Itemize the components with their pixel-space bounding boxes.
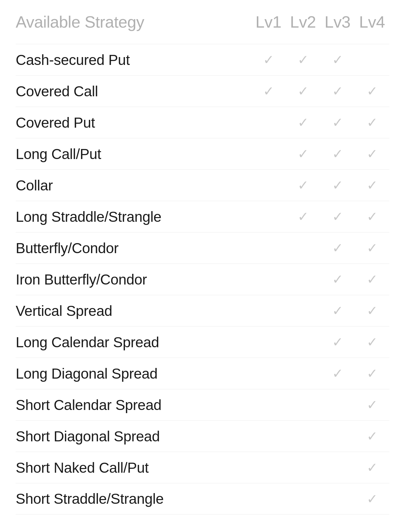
check-cell-lv4: [355, 52, 389, 67]
check-cell-lv4: ✓: [355, 303, 389, 318]
check-cell-lv2: ✓: [286, 178, 320, 193]
table-row: Long Calendar Spread✓✓: [16, 326, 389, 358]
check-cell-lv4: ✓: [355, 178, 389, 193]
level-cells: ✓✓: [251, 366, 389, 381]
checkmark-icon: ✓: [332, 209, 343, 224]
checkmark-icon: ✓: [367, 209, 378, 224]
check-cell-lv1: [251, 366, 286, 381]
table-row: Long Straddle/Strangle✓✓✓: [16, 201, 389, 232]
check-cell-lv3: [320, 491, 355, 507]
check-cell-lv2: [286, 428, 320, 444]
strategy-table: Cash-secured Put✓✓✓Covered Call✓✓✓✓Cover…: [16, 44, 389, 514]
table-row: Long Call/Put✓✓✓: [16, 138, 389, 169]
check-cell-lv2: [286, 240, 320, 256]
check-cell-lv2: [286, 460, 320, 475]
strategy-name: Short Diagonal Spread: [16, 428, 251, 445]
checkmark-icon: ✓: [332, 272, 343, 287]
check-cell-lv4: ✓: [355, 366, 389, 381]
check-cell-lv3: ✓: [320, 178, 355, 193]
checkmark-icon: ✓: [367, 115, 378, 130]
check-cell-lv2: [286, 366, 320, 381]
strategy-name: Covered Call: [16, 83, 251, 100]
check-cell-lv1: ✓: [251, 83, 286, 99]
checkmark-icon: ✓: [332, 52, 343, 67]
table-row: Covered Put✓✓✓: [16, 107, 389, 138]
header-levels: Lv1Lv2Lv3Lv4: [251, 13, 389, 31]
check-cell-lv2: [286, 491, 320, 507]
checkmark-icon: ✓: [367, 334, 378, 350]
checkmark-icon: ✓: [332, 303, 343, 318]
table-row: Short Diagonal Spread✓: [16, 420, 389, 452]
strategy-name: Long Diagonal Spread: [16, 365, 251, 382]
header-level-lv4: Lv4: [355, 13, 389, 31]
check-cell-lv3: ✓: [320, 366, 355, 381]
strategy-name: Butterfly/Condor: [16, 240, 251, 257]
level-cells: ✓: [251, 460, 389, 475]
checkmark-icon: ✓: [298, 83, 309, 99]
checkmark-icon: ✓: [332, 146, 343, 162]
checkmark-icon: ✓: [332, 115, 343, 130]
checkmark-icon: ✓: [298, 115, 309, 130]
level-cells: ✓✓: [251, 240, 389, 256]
checkmark-icon: ✓: [367, 146, 378, 162]
table-row: Short Naked Call/Put✓: [16, 452, 389, 483]
check-cell-lv2: [286, 334, 320, 350]
check-cell-lv2: ✓: [286, 209, 320, 224]
check-cell-lv1: [251, 178, 286, 193]
header-level-lv2: Lv2: [286, 13, 320, 31]
check-cell-lv4: ✓: [355, 334, 389, 350]
table-header: Available Strategy Lv1Lv2Lv3Lv4: [16, 13, 389, 35]
table-row: Vertical Spread✓✓: [16, 295, 389, 326]
level-cells: ✓✓✓✓: [251, 83, 389, 99]
check-cell-lv4: ✓: [355, 115, 389, 130]
check-cell-lv1: [251, 209, 286, 224]
check-cell-lv2: [286, 397, 320, 412]
level-cells: ✓✓✓: [251, 146, 389, 162]
check-cell-lv3: ✓: [320, 303, 355, 318]
checkmark-icon: ✓: [367, 428, 378, 444]
table-row: Covered Call✓✓✓✓: [16, 75, 389, 107]
table-row: Collar✓✓✓: [16, 169, 389, 201]
level-cells: ✓✓: [251, 272, 389, 287]
check-cell-lv2: ✓: [286, 83, 320, 99]
strategy-name: Short Calendar Spread: [16, 396, 251, 413]
check-cell-lv1: ✓: [251, 52, 286, 67]
checkmark-icon: ✓: [367, 460, 378, 475]
check-cell-lv3: ✓: [320, 240, 355, 256]
checkmark-icon: ✓: [367, 366, 378, 381]
checkmark-icon: ✓: [367, 240, 378, 256]
level-cells: ✓: [251, 491, 389, 507]
strategy-name: Covered Put: [16, 114, 251, 131]
strategy-name: Short Straddle/Strangle: [16, 490, 251, 507]
check-cell-lv3: ✓: [320, 209, 355, 224]
table-row: Short Calendar Spread✓: [16, 389, 389, 420]
level-cells: ✓: [251, 397, 389, 412]
checkmark-icon: ✓: [367, 178, 378, 193]
strategy-name: Short Naked Call/Put: [16, 459, 251, 476]
level-cells: ✓✓✓: [251, 209, 389, 224]
check-cell-lv3: [320, 397, 355, 412]
check-cell-lv3: [320, 428, 355, 444]
checkmark-icon: ✓: [298, 52, 309, 67]
table-row: Iron Butterfly/Condor✓✓: [16, 263, 389, 295]
check-cell-lv1: [251, 303, 286, 318]
check-cell-lv1: [251, 115, 286, 130]
checkmark-icon: ✓: [367, 272, 378, 287]
checkmark-icon: ✓: [263, 52, 274, 67]
table-row: Long Diagonal Spread✓✓: [16, 358, 389, 389]
strategy-name: Cash-secured Put: [16, 51, 251, 68]
checkmark-icon: ✓: [298, 146, 309, 162]
table-row: Butterfly/Condor✓✓: [16, 232, 389, 263]
check-cell-lv1: [251, 334, 286, 350]
checkmark-icon: ✓: [367, 397, 378, 412]
strategy-name: Vertical Spread: [16, 302, 251, 319]
checkmark-icon: ✓: [298, 178, 309, 193]
check-cell-lv2: ✓: [286, 115, 320, 130]
check-cell-lv4: ✓: [355, 146, 389, 162]
checkmark-icon: ✓: [367, 83, 378, 99]
checkmark-icon: ✓: [298, 209, 309, 224]
check-cell-lv1: [251, 460, 286, 475]
check-cell-lv3: ✓: [320, 52, 355, 67]
header-level-lv3: Lv3: [320, 13, 355, 31]
table-row: Short Straddle/Strangle✓: [16, 483, 389, 514]
